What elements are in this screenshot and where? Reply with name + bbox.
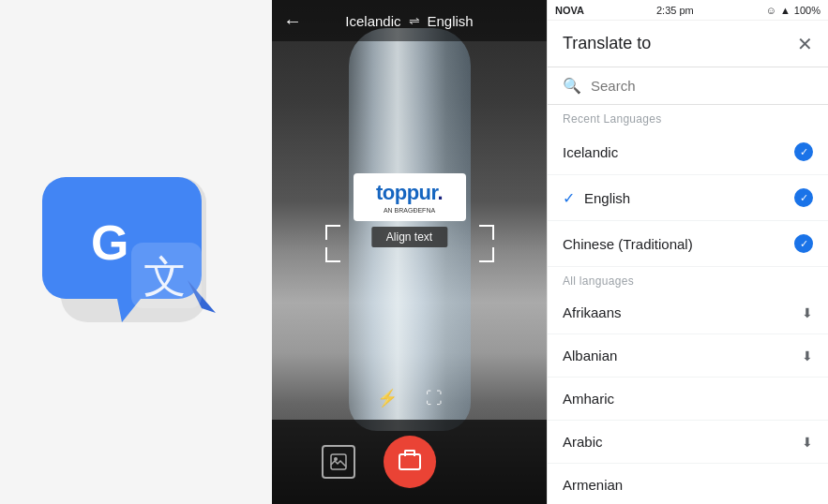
search-icon: 🔍 — [563, 77, 581, 95]
language-item-albanian[interactable]: Albanian ⬇ — [548, 334, 828, 378]
wifi-icon: ▲ — [780, 5, 790, 16]
downloaded-icon-icelandic: ✓ — [794, 142, 813, 161]
close-button[interactable]: ✕ — [797, 35, 813, 53]
settings-icon: ☺ — [766, 5, 776, 16]
language-item-icelandic[interactable]: Icelandic ✓ — [548, 129, 828, 175]
language-name-chinese: Chinese (Traditional) — [563, 236, 693, 252]
google-translate-logo: G 文 — [42, 158, 230, 346]
camera-icon — [399, 453, 421, 470]
time-display: 2:35 pm — [656, 5, 694, 16]
logo-panel: G 文 — [0, 0, 272, 504]
gallery-button[interactable] — [322, 445, 355, 479]
language-name-english: ✓ English — [563, 189, 630, 207]
language-item-arabic[interactable]: Arabic ⬇ — [548, 421, 828, 464]
language-item-chinese[interactable]: Chinese (Traditional) ✓ — [548, 221, 828, 267]
camera-panel: ← Icelandic ⇌ English toppur. AN BRAGÐEF… — [272, 0, 547, 504]
download-icon-arabic[interactable]: ⬇ — [802, 435, 813, 450]
network-indicator: NOVA — [555, 5, 584, 16]
panel-title: Translate to — [563, 34, 651, 53]
search-bar: 🔍 — [548, 67, 828, 105]
target-language: English — [428, 13, 474, 29]
svg-text:文: 文 — [143, 252, 187, 301]
language-selector-panel: NOVA 2:35 pm ☺ ▲ 100% Translate to ✕ 🔍 R… — [547, 0, 828, 504]
swap-icon: ⇌ — [409, 13, 420, 28]
download-icon-albanian[interactable]: ⬇ — [802, 348, 813, 363]
panel-header: Translate to ✕ — [548, 21, 828, 67]
source-language: Icelandic — [345, 13, 400, 29]
flash-off-icon[interactable]: ⚡ — [377, 388, 398, 408]
status-icons: ☺ ▲ 100% — [766, 5, 820, 16]
downloaded-icon-english: ✓ — [794, 188, 813, 207]
camera-bottom-controls — [272, 420, 547, 504]
all-section-label: All languages — [548, 267, 828, 291]
bottle-label: toppur. AN BRAGÐEFNA — [354, 173, 466, 221]
bottle-brand: toppur. — [363, 181, 457, 205]
svg-text:G: G — [91, 215, 128, 270]
fullscreen-icon[interactable]: ⛶ — [426, 389, 443, 408]
language-item-armenian[interactable]: Armenian — [548, 464, 828, 504]
download-icon-afrikaans[interactable]: ⬇ — [802, 305, 813, 320]
downloaded-icon-chinese: ✓ — [794, 234, 813, 253]
language-name-arabic: Arabic — [563, 434, 603, 450]
language-name-afrikaans: Afrikaans — [563, 304, 622, 320]
recent-section-label: Recent Languages — [548, 105, 828, 129]
language-name-icelandic: Icelandic — [563, 144, 618, 160]
status-bar: NOVA 2:35 pm ☺ ▲ 100% — [548, 0, 828, 21]
language-item-amharic[interactable]: Amharic — [548, 378, 828, 421]
camera-toolbar: ⚡ ⛶ — [272, 381, 547, 415]
language-item-afrikaans[interactable]: Afrikaans ⬇ — [548, 291, 828, 334]
capture-button[interactable] — [384, 436, 436, 488]
search-input[interactable] — [591, 78, 813, 94]
battery-icon: 100% — [794, 5, 820, 16]
language-name-armenian: Armenian — [563, 477, 623, 493]
language-list: Recent Languages Icelandic ✓ ✓ English ✓… — [548, 105, 828, 504]
selected-checkmark: ✓ — [563, 189, 575, 207]
back-button[interactable]: ← — [283, 10, 302, 32]
language-selector[interactable]: Icelandic ⇌ English — [345, 13, 473, 29]
camera-header: ← Icelandic ⇌ English — [272, 0, 547, 41]
bottle-subtext: AN BRAGÐEFNA — [363, 207, 457, 214]
language-name-amharic: Amharic — [563, 391, 614, 407]
language-item-english[interactable]: ✓ English ✓ — [548, 175, 828, 221]
language-name-albanian: Albanian — [563, 348, 617, 363]
align-text-overlay: Align text — [371, 227, 447, 247]
